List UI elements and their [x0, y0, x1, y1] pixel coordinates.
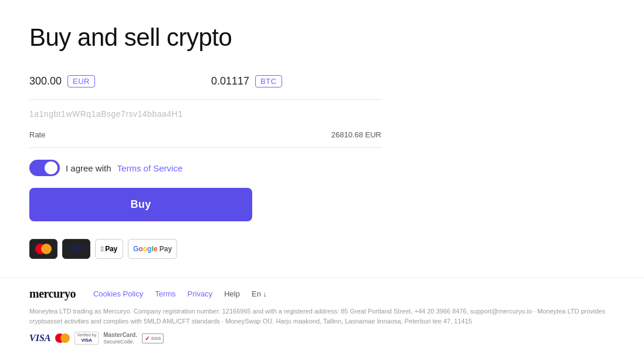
apple-pay-text:  Pay [101, 245, 117, 253]
from-currency-badge[interactable]: EUR [67, 75, 95, 87]
terms-row: I agree with Terms of Service [29, 160, 381, 176]
footer-language-selector[interactable]: En ↓ [252, 289, 267, 298]
visa-text: VISA [67, 244, 85, 254]
to-amount-value: 0.01117 [211, 75, 249, 87]
pcidss-badge: ✓ DSS [142, 333, 164, 343]
mastercard-securecode-text: MasterCard.SecureCode. [103, 332, 137, 345]
footer-link-terms[interactable]: Terms [155, 289, 175, 298]
footer-logo: mercuryo [29, 287, 76, 301]
to-currency-badge[interactable]: BTC [255, 75, 282, 87]
footer-nav: mercuryo Cookies Policy Terms Privacy He… [29, 287, 615, 301]
rate-label: Rate [29, 130, 45, 139]
buy-button[interactable]: Buy [29, 188, 252, 221]
rate-row: Rate 26810.68 EUR [29, 130, 381, 144]
footer-link-privacy[interactable]: Privacy [188, 289, 213, 298]
apple-pay-icon:  Pay [95, 239, 123, 259]
footer-link-cookies[interactable]: Cookies Policy [93, 289, 143, 298]
wallet-address: 1a1ngbt1wWRq1aBsge7rsv14bbaa4H1 [29, 109, 252, 119]
google-pay-icon: Google Pay [128, 239, 177, 259]
amount-row: 300.00 EUR 0.01117 BTC [29, 75, 381, 87]
footer-bottom-logos: VISA Verified by VISA MasterCard.SecureC… [29, 332, 615, 345]
from-amount-group: 300.00 EUR [29, 75, 199, 87]
footer-mc-logo [55, 333, 70, 343]
page-title: Buy and sell crypto [29, 23, 381, 52]
footer-legal-text: Moneytea LTD trading as Mercuryo. Compan… [29, 306, 615, 326]
rate-value: 26810.68 EUR [331, 130, 381, 139]
payment-icons-row: VISA  Pay Google Pay [29, 239, 381, 259]
footer-link-help[interactable]: Help [224, 289, 240, 298]
google-pay-text: Google Pay [133, 245, 172, 253]
from-amount-value: 300.00 [29, 75, 62, 87]
terms-toggle[interactable] [29, 160, 60, 176]
to-amount-group: 0.01117 BTC [211, 75, 381, 87]
verified-by-visa-badge: Verified by VISA [74, 332, 99, 345]
mc-circle-right [41, 244, 52, 254]
footer: mercuryo Cookies Policy Terms Privacy He… [0, 277, 644, 354]
toggle-slider [29, 160, 60, 176]
terms-of-service-link[interactable]: Terms of Service [117, 163, 183, 173]
terms-agree-text: I agree with [66, 163, 111, 173]
mastercard-icon [29, 239, 57, 259]
amount-separator [29, 99, 381, 100]
rate-separator [29, 147, 381, 148]
footer-visa-logo: VISA [29, 333, 50, 343]
visa-icon: VISA [62, 239, 90, 259]
